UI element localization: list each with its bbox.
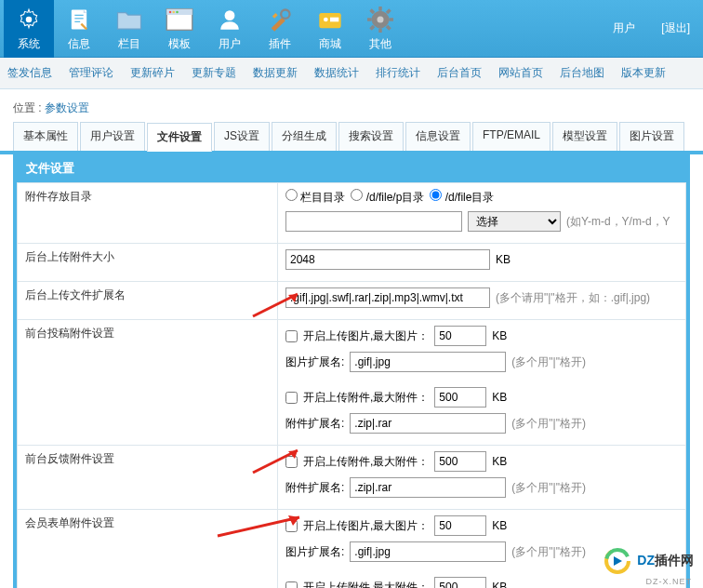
settings-table: 附件存放目录 栏目目录 /d/file/p目录 /d/file目录 选择 (如Y… — [17, 182, 686, 588]
img-ext-input[interactable] — [350, 541, 506, 562]
subnav-item[interactable]: 更新碎片 — [130, 65, 175, 81]
max-att-input[interactable] — [434, 387, 486, 408]
breadcrumb: 位置 : 参数设置 — [0, 89, 703, 122]
subnav-item[interactable]: 后台首页 — [437, 65, 482, 81]
svg-line-24 — [387, 9, 391, 13]
subnav-item[interactable]: 更新专题 — [192, 65, 236, 81]
subnav-item[interactable]: 数据更新 — [253, 65, 298, 81]
nav-mall[interactable]: 商城 — [305, 0, 355, 58]
tab-model[interactable]: 模型设置 — [552, 122, 617, 151]
row-label: 前台投稿附件设置 — [18, 320, 278, 446]
subnav-item[interactable]: 管理评论 — [69, 65, 113, 81]
radio-file-dir[interactable]: /d/file目录 — [430, 189, 494, 206]
max-att-input[interactable] — [434, 451, 486, 472]
enable-att-checkbox[interactable] — [285, 392, 298, 404]
svg-point-7 — [169, 10, 172, 13]
nav-template[interactable]: 模板 — [154, 0, 205, 58]
watermark: DZ插件网 DZ-X.NET — [604, 547, 694, 575]
folder-icon — [113, 6, 146, 33]
max-img-input[interactable] — [434, 326, 486, 346]
radio-column-dir[interactable]: 栏目目录 — [285, 189, 345, 206]
subnav-item[interactable]: 网站首页 — [498, 65, 543, 81]
file-settings-panel: 文件设置 附件存放目录 栏目目录 /d/file/p目录 /d/file目录 选… — [13, 154, 690, 588]
enable-att-checkbox[interactable] — [285, 456, 298, 468]
user-label: 用户 — [613, 20, 635, 36]
img-ext-input[interactable] — [350, 352, 506, 372]
nav-info[interactable]: 信息 — [54, 0, 104, 58]
gear-icon — [12, 6, 46, 33]
row-label: 附件存放目录 — [18, 183, 278, 244]
upload-ext-input[interactable] — [285, 287, 490, 308]
svg-point-0 — [26, 16, 33, 22]
document-icon — [62, 6, 96, 33]
window-icon — [163, 6, 196, 33]
nav-label: 信息 — [68, 36, 90, 52]
settings-tabs: 基本属性 用户设置 文件设置 JS设置 分组生成 搜索设置 信息设置 FTP/E… — [0, 122, 703, 154]
subnav-item[interactable]: 排行统计 — [376, 65, 420, 81]
tab-user[interactable]: 用户设置 — [80, 122, 145, 151]
row-label: 会员表单附件设置 — [18, 510, 278, 589]
svg-line-22 — [387, 26, 391, 30]
subnav-item[interactable]: 数据统计 — [314, 65, 359, 81]
tab-search[interactable]: 搜索设置 — [338, 122, 404, 151]
svg-point-10 — [225, 10, 235, 20]
tab-js[interactable]: JS设置 — [214, 122, 270, 151]
gear-large-icon — [364, 6, 397, 33]
nav-plugin[interactable]: 插件 — [255, 0, 305, 58]
attach-dir-select[interactable]: 选择 — [468, 211, 561, 232]
subnav-item[interactable]: 签发信息 — [7, 65, 52, 81]
nav-label: 栏目 — [118, 36, 140, 52]
radio-filep-dir[interactable]: /d/file/p目录 — [351, 189, 424, 206]
logout-link[interactable]: [退出] — [661, 20, 690, 36]
tab-info[interactable]: 信息设置 — [405, 122, 471, 151]
row-label: 后台上传附件大小 — [18, 244, 278, 282]
tab-basic[interactable]: 基本属性 — [13, 122, 78, 151]
svg-point-16 — [378, 16, 384, 22]
svg-line-23 — [371, 26, 375, 30]
enable-img-checkbox[interactable] — [285, 520, 298, 532]
subnav-item[interactable]: 版本更新 — [621, 65, 666, 81]
svg-point-13 — [324, 17, 328, 21]
enable-img-checkbox[interactable] — [285, 330, 298, 342]
enable-att-checkbox[interactable] — [285, 581, 298, 589]
row-label: 前台反馈附件设置 — [18, 446, 278, 510]
user-icon — [213, 6, 246, 33]
svg-point-9 — [176, 10, 179, 13]
nav-label: 系统 — [18, 36, 40, 52]
hint: (多个请用"|"格开，如：.gif|.jpg) — [496, 290, 650, 306]
top-toolbar: 系统 信息 栏目 模板 用户 插件 商城 其他 用户 [退出] — [0, 0, 703, 58]
tab-image[interactable]: 图片设置 — [619, 122, 684, 151]
max-att-input[interactable] — [434, 577, 486, 588]
nav-user[interactable]: 用户 — [205, 0, 255, 58]
tab-group[interactable]: 分组生成 — [272, 122, 337, 151]
watermark-logo-icon — [604, 547, 631, 575]
nav-label: 插件 — [269, 36, 291, 52]
att-ext-input[interactable] — [350, 413, 506, 434]
row-label: 后台上传文件扩展名 — [18, 282, 278, 320]
panel-header: 文件设置 — [17, 154, 686, 182]
tools-icon — [263, 6, 297, 33]
attach-dir-input[interactable] — [285, 211, 462, 232]
nav-label: 模板 — [168, 36, 191, 52]
svg-rect-14 — [330, 17, 338, 21]
max-img-input[interactable] — [434, 515, 486, 536]
top-user-area: 用户 [退出] — [613, 20, 699, 36]
breadcrumb-link[interactable]: 参数设置 — [45, 101, 89, 114]
nav-other[interactable]: 其他 — [355, 0, 405, 58]
upload-size-input[interactable] — [285, 249, 490, 270]
svg-point-8 — [173, 10, 176, 13]
hint: (如Y-m-d，Y/m-d，Y — [566, 214, 670, 230]
sub-nav: 签发信息 管理评论 更新碎片 更新专题 数据更新 数据统计 排行统计 后台首页 … — [0, 58, 703, 89]
nav-label: 用户 — [219, 36, 241, 52]
unit: KB — [496, 253, 511, 266]
tab-file[interactable]: 文件设置 — [147, 123, 212, 152]
svg-point-11 — [281, 9, 289, 18]
nav-label: 商城 — [319, 36, 341, 52]
mall-icon — [313, 6, 347, 33]
nav-system[interactable]: 系统 — [4, 0, 54, 58]
tab-ftp[interactable]: FTP/EMAIL — [472, 122, 550, 151]
att-ext-input[interactable] — [350, 477, 506, 498]
subnav-item[interactable]: 后台地图 — [560, 65, 604, 81]
nav-column[interactable]: 栏目 — [104, 0, 154, 58]
breadcrumb-prefix: 位置 : — [13, 101, 45, 114]
